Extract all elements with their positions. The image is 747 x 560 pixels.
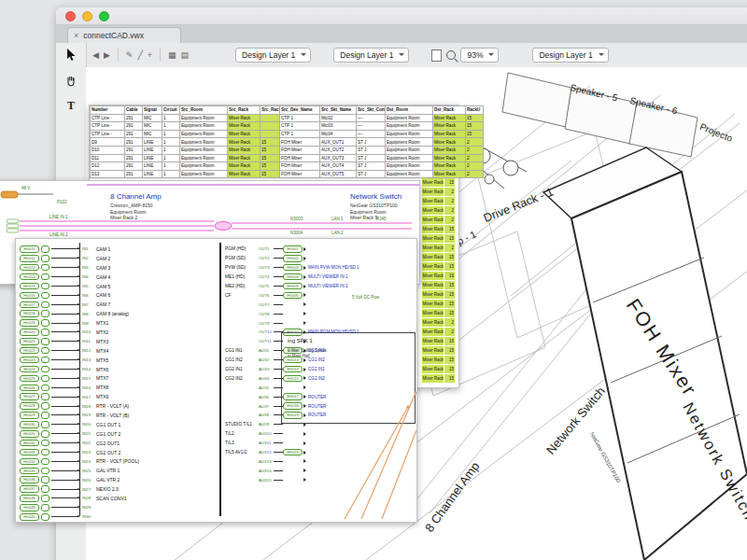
output-row[interactable]: T/L3 AUX11 [225, 439, 415, 448]
table-row[interactable]: D9291LINE1Equipment RoomMixer Rack15FOH … [91, 138, 484, 147]
close-window-button[interactable] [65, 11, 76, 21]
layer-select-3[interactable]: Design Layer 1 [532, 48, 608, 63]
output-row[interactable]: CG2 IN1 AUX3 H3014 CG2 IN1 [225, 365, 415, 374]
page-setup-icon[interactable] [431, 49, 442, 62]
tab-close-icon[interactable]: × [74, 31, 78, 40]
input-row[interactable]: H0011 IN1 CAM 1 [20, 245, 218, 254]
input-row[interactable]: H0037 IN27 NEXIO 2.3 [20, 484, 218, 494]
input-row[interactable]: H0012 IN2 CAM 2 [20, 254, 218, 263]
input-row[interactable]: H0039 IN29 [20, 503, 218, 512]
input-row[interactable]: H0036 IN26 GAL VTR 2 [20, 475, 218, 484]
input-row[interactable]: H0040 IN30 [20, 512, 218, 522]
output-row[interactable]: STUDIO T/L1 AUX9 [225, 420, 415, 429]
input-name-label: CAM 5 [96, 284, 110, 289]
input-row[interactable]: H0030 IN20 CG1 OUT 1 [20, 420, 218, 429]
output-row[interactable]: OUT10 H3010 MAIN PGM MON HD/SD 1 [225, 328, 415, 337]
table-row[interactable]: D13291LINE1Equipment RoomMixer Rack15FOH… [91, 170, 484, 178]
minimize-window-button[interactable] [82, 11, 92, 21]
table-row[interactable]: D12291LINE1Equipment RoomMixer Rack15FOH… [91, 162, 484, 171]
document-tab[interactable]: × connectCAD.vwx [67, 27, 181, 43]
input-row[interactable]: H0017 IN7 CAM 7 [20, 300, 218, 309]
layers-icon[interactable]: ▤ [181, 51, 190, 60]
output-row[interactable]: OUT7 [225, 300, 415, 309]
forward-icon[interactable]: ▶ [104, 51, 110, 60]
back-icon[interactable]: ◀ [92, 51, 99, 60]
output-row[interactable]: AUX5 [225, 383, 415, 392]
input-row[interactable]: H0025 IN15 MTX7 [20, 373, 218, 383]
output-row[interactable]: AUX15 [225, 475, 415, 484]
input-row[interactable]: H0014 IN4 CAM 4 [20, 273, 218, 282]
input-row[interactable]: H0026 IN16 MTX8 [20, 383, 218, 392]
window-titlebar[interactable] [56, 7, 747, 25]
cable-schedule-table[interactable]: NumberCableSignalCircuitSrc_RoomSrc_Rack… [90, 105, 484, 178]
input-row[interactable]: H0019 IN9 MTX1 [20, 318, 218, 328]
output-row[interactable]: T/L2 AUX10 [225, 429, 415, 439]
output-row[interactable]: PVW (SD) OUT3 H3003 MAIN PVW MON HD/SD 1 [225, 263, 415, 273]
output-row[interactable]: ME1 (HD) OUT4 H3004 MULTI VIEWER IN 1 [225, 273, 415, 282]
layer-select-1[interactable]: Design Layer 1 [235, 48, 311, 63]
cable-code-pill: H0031 [20, 430, 39, 438]
input-row[interactable]: H0018 IN8 CAM 8 (analog) [20, 309, 218, 318]
text-tool[interactable]: T [67, 99, 75, 113]
input-row[interactable]: H0013 IN3 CAM 3 [20, 263, 218, 273]
grid-icon[interactable]: ▦ [168, 51, 176, 60]
input-row[interactable]: H0038 IN28 SCAN CONV1 [20, 494, 218, 503]
output-row[interactable]: OUT8 [225, 309, 415, 318]
input-row[interactable]: H0023 IN13 MTX5 [20, 356, 218, 365]
output-row[interactable]: OUT11 [225, 337, 415, 346]
table-row[interactable]: CTP Line -291MIC1Equipment RoomMixer Rac… [91, 114, 484, 122]
output-row[interactable]: AUX14 [225, 466, 415, 475]
input-row[interactable]: H0028 IN18 RTR - VOLT (A) [20, 401, 218, 411]
mixer-connection-window[interactable]: ing SPK 1 1 Watt Ceiling Speak in Main H… [15, 238, 417, 523]
output-row[interactable]: AUX8 H3019 ROUTER [225, 411, 415, 420]
output-row[interactable]: CG2 IN2 AUX4 H3015 CG2 IN2 [225, 373, 415, 383]
input-row[interactable]: H0015 IN5 CAM 5 [20, 282, 218, 291]
table-row[interactable]: CTP Line -291MIC1Equipment RoomMixer Rac… [91, 130, 484, 138]
table-row[interactable]: CTP Line -291MIC1Equipment RoomMixer Rac… [91, 122, 484, 131]
crosshair-tool-icon[interactable]: + [148, 51, 152, 60]
input-row[interactable]: H0033 IN23 CG2 OUT 2 [20, 448, 218, 457]
pen-tool-icon[interactable]: ✎ [126, 51, 134, 60]
output-row[interactable]: PGM (HD) OUT1 H3001 [225, 245, 415, 254]
selection-cursor-tool[interactable] [66, 49, 77, 65]
output-row[interactable]: T/L5 AV1/2 AUX12 H3023 [225, 448, 415, 457]
input-row[interactable]: H0031 IN21 CG1 OUT 2 [20, 429, 218, 439]
input-name-label: RTR - VOLT (A) [96, 403, 129, 409]
output-row[interactable]: AUX7 H3018 ROUTER [225, 401, 415, 411]
output-name-label: CF [225, 293, 259, 298]
pan-hand-tool[interactable] [65, 74, 77, 91]
output-row[interactable]: CG1 IN2 AUX2 H3013 CG1 IN2 [225, 356, 415, 365]
output-port-label: AUX5 [259, 385, 274, 390]
output-row[interactable]: CF OUT6 H3006 [225, 290, 415, 300]
zoom-magnifier-icon[interactable] [446, 50, 456, 60]
output-row[interactable]: ME2 (HD) OUT5 H3005 MULTI VIEWER IN 2 [225, 282, 415, 291]
line-tool-icon[interactable]: ╱ [137, 51, 142, 60]
input-row[interactable]: H0035 IN25 GAL VTR 1 [20, 466, 218, 475]
input-row[interactable]: H0032 IN22 CG2 OUT1 [20, 439, 218, 448]
output-row[interactable]: OUT9 [225, 318, 415, 328]
input-row[interactable]: H0024 IN14 MTX6 [20, 365, 218, 374]
zoom-level-select[interactable]: 93% [460, 48, 499, 63]
input-row[interactable]: H0029 IN19 RTR - VOLT (B) [20, 411, 218, 420]
output-wire [274, 406, 283, 407]
input-row[interactable]: H0020 IN10 MTX2 [20, 328, 218, 337]
output-row[interactable]: CG1 IN1 AUX1 H3012 CG1 IN1 [225, 346, 415, 356]
input-port-label: IN7 [82, 302, 96, 307]
rack-name-cell: Mixer Rack [422, 216, 444, 224]
input-row[interactable]: H0027 IN17 MTX9 [20, 392, 218, 401]
input-row[interactable]: H0022 IN12 MTX4 [20, 346, 218, 356]
output-row[interactable]: PGM (SD) OUT2 H3002 [225, 254, 415, 263]
input-wire [51, 480, 79, 481]
layer-select-2[interactable]: Design Layer 1 [333, 48, 409, 63]
input-row[interactable]: H0016 IN6 CAM 6 [20, 290, 218, 300]
mixer-output-list: PGM (HD) OUT1 H3001 PGM (SD) OUT2 H3002 … [225, 245, 415, 484]
input-row[interactable]: H0034 IN24 RTR - VOLT (POOL) [20, 456, 218, 466]
output-row[interactable]: AUX6 H3017 ROUTER [225, 392, 415, 401]
input-name-label: GAL VTR 1 [96, 468, 120, 473]
input-row[interactable]: H0021 IN11 MTX3 [20, 337, 218, 346]
zoom-window-button[interactable] [99, 11, 109, 21]
table-row[interactable]: D10291LINE1Equipment RoomMixer Rack15FOH… [91, 146, 484, 154]
table-row[interactable]: D11291LINE1Equipment RoomMixer Rack15FOH… [91, 154, 484, 162]
output-row[interactable]: AUX13 [225, 456, 415, 466]
main-toolbar: ◀ ▶ ✎ ╱ + ▦ ▤ Design Layer 1 Design Laye… [86, 43, 747, 68]
